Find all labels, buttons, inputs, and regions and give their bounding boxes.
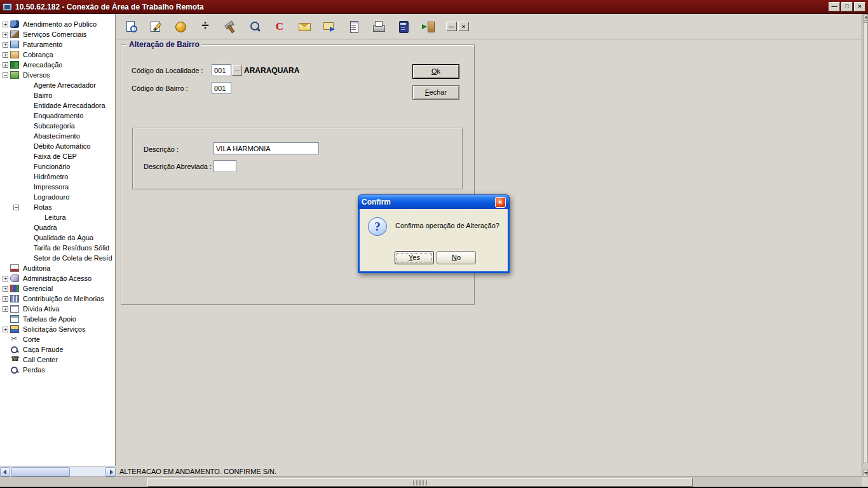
expand-icon[interactable]: + <box>3 306 8 312</box>
tree-item-label[interactable]: Tarifa de Resíduos Sólid <box>32 244 111 252</box>
tree-item-label[interactable]: Rotas <box>32 203 53 211</box>
tree-item-label[interactable]: Leitura <box>43 214 67 221</box>
tree-item[interactable]: Faixa de CEP <box>0 151 115 161</box>
notes-button[interactable] <box>346 19 362 34</box>
scroll-left-button[interactable] <box>0 467 10 477</box>
tree-item-label[interactable]: Auditoria <box>22 264 51 272</box>
scroll-right-button[interactable] <box>105 467 116 477</box>
tree-item[interactable]: Hidrômetro <box>0 172 115 182</box>
tree-item-label[interactable]: Solicitação Serviços <box>22 325 86 333</box>
tree-item-label[interactable]: Entidade Arrecadadora <box>32 102 107 109</box>
tree-scroll-track[interactable] <box>10 467 105 477</box>
expand-icon[interactable]: + <box>3 296 8 302</box>
tree-item-label[interactable]: Perdas <box>22 366 46 374</box>
scroll-up-button[interactable] <box>863 14 868 21</box>
edit-button[interactable] <box>148 19 163 34</box>
tree-item-label[interactable]: Caça Fraude <box>22 346 65 353</box>
descricao-abreviada-input[interactable] <box>214 160 236 172</box>
session-hscroll-thumb[interactable] <box>147 478 693 487</box>
tree-horizontal-scrollbar[interactable] <box>0 466 116 477</box>
exit-button[interactable] <box>421 19 436 34</box>
tree-item-label[interactable]: Subcategoria <box>32 122 76 130</box>
tree-item[interactable]: Leitura <box>0 212 115 222</box>
mail-button[interactable] <box>297 19 312 34</box>
ok-button[interactable]: Ok <box>412 64 459 79</box>
tree-item-label[interactable]: Quadra <box>32 224 58 231</box>
tree[interactable]: +Atendimento ao Publico+Serviços Comerci… <box>0 14 116 466</box>
tree-item[interactable]: +Divida Ativa <box>0 304 115 314</box>
tree-item-label[interactable]: Gerencial <box>22 285 54 292</box>
tree-item[interactable]: +Serviços Comerciais <box>0 29 115 39</box>
tree-item[interactable]: Caça Fraude <box>0 344 115 355</box>
tree-item[interactable]: Setor de Coleta de Resíd <box>0 253 115 263</box>
fechar-button[interactable]: Fechar <box>412 85 459 100</box>
tree-item-label[interactable]: Cobrança <box>22 51 55 58</box>
dialog-close-button[interactable]: × <box>495 197 506 208</box>
tree-item[interactable]: +Arrecadação <box>0 60 115 70</box>
tree-item-label[interactable]: Débito Automático <box>32 142 92 150</box>
tree-item[interactable]: Call Center <box>0 355 115 365</box>
tree-item[interactable]: Subcategoria <box>0 121 115 131</box>
tree-item[interactable]: Tarifa de Resíduos Sólid <box>0 243 115 253</box>
tree-item[interactable]: −Rotas <box>0 202 115 212</box>
no-button[interactable]: No <box>437 251 476 264</box>
tree-item-label[interactable]: Arrecadação <box>22 61 64 69</box>
search-button[interactable] <box>247 19 262 34</box>
expand-icon[interactable]: + <box>3 32 8 37</box>
globe-button[interactable] <box>173 19 188 34</box>
tree-item[interactable]: Tabelas de Apoio <box>0 314 115 324</box>
close-button[interactable]: × <box>458 22 469 31</box>
tree-item[interactable]: +Solicitação Serviços <box>0 324 115 334</box>
localidade-lookup-button[interactable]: ... <box>232 65 242 76</box>
tree-item-label[interactable]: Setor de Coleta de Resíd <box>32 254 114 262</box>
tree-item[interactable]: Débito Automático <box>0 141 115 151</box>
session-vscroll-thumb[interactable] <box>863 22 868 463</box>
titlebar[interactable]: 10.50.62.182 - Conexão de Área de Trabal… <box>0 0 868 14</box>
tree-item[interactable]: +Contribuição de Melhorias <box>0 294 115 304</box>
tree-item[interactable]: Abastecimento <box>0 131 115 141</box>
confirm-dialog-titlebar[interactable]: Confirm × <box>358 194 510 209</box>
mail-send-button[interactable] <box>322 19 337 34</box>
descricao-input[interactable] <box>214 142 319 154</box>
expand-icon[interactable]: + <box>3 327 8 332</box>
tree-item-label[interactable]: Atendimento ao Publico <box>22 20 98 28</box>
tools-button[interactable] <box>222 19 238 34</box>
tree-item[interactable]: Agente Arrecadador <box>0 80 115 90</box>
tree-item-label[interactable]: Diversos <box>22 71 51 79</box>
tree-item-label[interactable]: Hidrômetro <box>32 173 69 180</box>
tree-item-label[interactable]: Impressora <box>32 183 70 191</box>
tree-item[interactable]: Perdas <box>0 365 115 375</box>
tree-item[interactable]: Impressora <box>0 182 115 192</box>
yes-button[interactable]: Yes <box>395 251 434 264</box>
tree-item[interactable]: +Atendimento ao Publico <box>0 19 115 29</box>
tree-scroll-thumb[interactable] <box>11 467 70 477</box>
refresh-button[interactable] <box>272 19 287 34</box>
tree-item[interactable]: Funcionário <box>0 161 115 172</box>
expand-icon[interactable]: + <box>3 52 8 58</box>
tree-item[interactable]: Logradouro <box>0 192 115 202</box>
tree-item-label[interactable]: Abastecimento <box>32 132 81 140</box>
tree-item-label[interactable]: Faturamento <box>22 41 64 48</box>
close-button[interactable]: × <box>854 2 865 11</box>
tree-item[interactable]: −Diversos <box>0 70 115 80</box>
print-button[interactable] <box>371 19 386 34</box>
tree-item-label[interactable]: Administração Acesso <box>22 274 93 282</box>
maximize-button[interactable]: □ <box>841 2 853 11</box>
divide-button[interactable] <box>198 19 213 34</box>
codigo-bairro-input[interactable] <box>212 82 231 94</box>
tree-item-label[interactable]: Enquadramento <box>32 112 85 119</box>
tree-item[interactable]: Bairro <box>0 90 115 100</box>
preview-button[interactable] <box>123 19 139 34</box>
minimize-button[interactable]: — <box>829 2 840 11</box>
tree-item-label[interactable]: Call Center <box>22 356 59 363</box>
tree-item-label[interactable]: Serviços Comerciais <box>22 30 88 38</box>
expand-icon[interactable]: + <box>3 286 8 292</box>
tree-item-label[interactable]: Funcionário <box>32 163 71 170</box>
tree-item[interactable]: +Cobrança <box>0 50 115 60</box>
codigo-localidade-input[interactable] <box>212 64 231 76</box>
tree-item-label[interactable]: Divida Ativa <box>22 305 60 313</box>
scroll-down-button[interactable] <box>863 470 868 477</box>
tree-item[interactable]: +Faturamento <box>0 39 115 50</box>
tree-item[interactable]: Quadra <box>0 222 115 233</box>
tree-item[interactable]: Qualidade da Água <box>0 233 115 243</box>
